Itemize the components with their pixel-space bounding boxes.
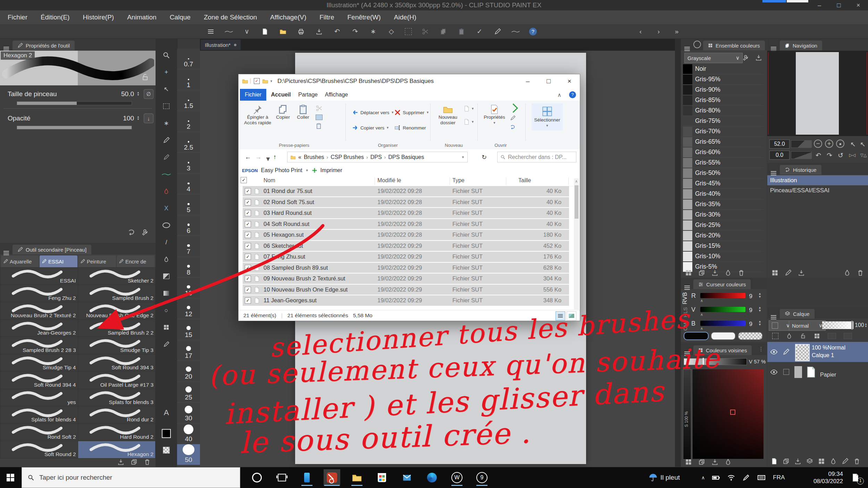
tab-tool-property[interactable]: Propriétés de l'outil bbox=[12, 41, 75, 50]
eye-icon[interactable] bbox=[770, 368, 778, 376]
brush-size-item[interactable]: 1.5 bbox=[177, 90, 200, 111]
auto-select-tool-icon[interactable]: ∗ bbox=[156, 117, 177, 129]
brush-item[interactable]: Hard Round 2 bbox=[78, 424, 156, 441]
row-checkbox[interactable]: ✓ bbox=[245, 210, 251, 216]
panel-options-icon[interactable]: ⋮ bbox=[758, 346, 764, 352]
delete-button[interactable]: Supprimer▼ bbox=[394, 109, 429, 116]
color-item[interactable]: Gris-55% bbox=[683, 158, 763, 168]
grid-icon[interactable] bbox=[771, 269, 778, 276]
easy-access-icon[interactable] bbox=[464, 119, 470, 125]
forward-icon[interactable]: → bbox=[255, 153, 261, 161]
sub-tool-group-tab[interactable]: ESSAI bbox=[40, 255, 77, 267]
breadcrumb-segment[interactable]: Brushes› bbox=[304, 154, 328, 160]
delete-color-icon[interactable] bbox=[738, 269, 745, 276]
column-taille[interactable]: Taille bbox=[518, 177, 531, 184]
rotate-right-icon[interactable]: ↷ bbox=[825, 151, 834, 160]
copy-button[interactable]: Copier bbox=[273, 104, 293, 120]
brush-item[interactable]: ESSAI bbox=[0, 268, 78, 285]
move-tool-icon[interactable]: + bbox=[156, 66, 177, 78]
actual-size-icon[interactable]: ↖ bbox=[858, 140, 867, 149]
blend-tool-icon[interactable] bbox=[156, 253, 177, 265]
color-item[interactable]: Gris-10% bbox=[683, 251, 763, 262]
select-all-checkbox[interactable]: ✓ bbox=[241, 177, 247, 183]
delete-icon[interactable] bbox=[857, 269, 864, 276]
scroll-thumb[interactable] bbox=[575, 185, 578, 219]
brush-item[interactable]: Nouveau Brush One Edge 2 bbox=[78, 302, 156, 319]
selection-icon[interactable] bbox=[405, 28, 412, 35]
new-canvas-icon[interactable] bbox=[260, 27, 269, 36]
move-to-button[interactable]: Déplacer vers▼ bbox=[352, 109, 394, 116]
panel-collapse-right-icon[interactable]: › bbox=[654, 27, 663, 36]
crumb-prefix[interactable]: « bbox=[298, 154, 301, 160]
brush-item[interactable]: yes bbox=[0, 389, 78, 406]
wifi-icon[interactable] bbox=[727, 473, 735, 482]
brush-size-item[interactable]: 50 bbox=[177, 444, 200, 465]
panel-menu-icon[interactable] bbox=[684, 47, 690, 48]
balloon-tool-icon[interactable] bbox=[156, 219, 177, 231]
print-icon[interactable] bbox=[297, 27, 306, 36]
file-row[interactable]: ✓ 04 Soft Round.sut 19/02/2022 09:28 Fic… bbox=[243, 219, 569, 229]
color-item[interactable]: Gris-80% bbox=[683, 106, 763, 116]
file-row[interactable]: ✓ 11 Jean-Georges.sut 19/02/2022 09:29 F… bbox=[243, 295, 569, 306]
clip-layer-icon[interactable] bbox=[772, 333, 778, 339]
lock-layer-icon[interactable] bbox=[800, 333, 806, 339]
qat-dropdown-icon[interactable]: ▼ bbox=[270, 79, 273, 83]
file-row[interactable]: ✓ 02 Rond Soft 75.sut 19/02/2022 09:28 F… bbox=[243, 197, 569, 208]
opacity-spinner[interactable]: ▲▼ bbox=[137, 116, 140, 120]
main-color-swatch[interactable] bbox=[156, 428, 177, 439]
rotate-value[interactable]: 0.0 bbox=[769, 151, 790, 160]
airbrush-tool-icon[interactable] bbox=[156, 185, 177, 197]
brush-size-item[interactable]: 1 bbox=[177, 69, 200, 90]
brush-size-item[interactable]: 2.5 bbox=[177, 132, 200, 153]
channel-slider[interactable] bbox=[700, 307, 745, 312]
layer-name[interactable]: Papier bbox=[820, 372, 836, 378]
brush-size-item[interactable]: 30 bbox=[177, 403, 200, 423]
menu-item[interactable]: Fichier bbox=[8, 14, 27, 21]
pen-icon[interactable] bbox=[842, 458, 849, 465]
dup-color-icon[interactable] bbox=[698, 269, 705, 276]
navigator-preview[interactable] bbox=[767, 51, 868, 136]
select-button[interactable]: Sélectionner▼ bbox=[532, 103, 563, 131]
qat-folder-icon[interactable] bbox=[262, 78, 268, 84]
color-item[interactable]: Gris-20% bbox=[683, 230, 763, 241]
grid-icon[interactable] bbox=[685, 269, 692, 276]
rename-button[interactable]: Renommer bbox=[394, 124, 426, 131]
document-tab[interactable]: Illustration* bbox=[201, 40, 241, 50]
row-checkbox[interactable]: ✓ bbox=[245, 188, 251, 194]
rotate-slider[interactable] bbox=[791, 151, 812, 159]
color-item[interactable]: Gris-75% bbox=[683, 116, 763, 126]
ribbon-tab-fichier[interactable]: Fichier bbox=[240, 89, 266, 101]
brush-size-item[interactable]: 0.7 bbox=[177, 49, 200, 69]
mail-app[interactable] bbox=[399, 469, 415, 486]
brush-size-item[interactable]: 20 bbox=[177, 361, 200, 382]
language-indicator[interactable]: FRA bbox=[773, 474, 785, 481]
open-item-icon[interactable] bbox=[510, 105, 517, 111]
layer-row-2[interactable]: Papier bbox=[767, 362, 868, 382]
brush-item[interactable]: Splats for blends 3 bbox=[78, 389, 156, 406]
row-checkbox[interactable]: ✓ bbox=[245, 276, 251, 282]
color-item[interactable]: Gris-15% bbox=[683, 241, 763, 251]
dup-icon[interactable] bbox=[698, 458, 705, 465]
grid-icon[interactable] bbox=[818, 458, 825, 465]
brush-item[interactable]: Rond Soft 2 bbox=[0, 424, 78, 441]
pen-input-icon[interactable] bbox=[742, 474, 750, 481]
color-item[interactable]: Gris-90% bbox=[683, 85, 763, 95]
scrollbar[interactable]: ∧ bbox=[574, 178, 579, 310]
file-row[interactable]: ✓ 10 Nouveau Brush One Edge.sut 19/02/20… bbox=[243, 285, 569, 295]
menu-item[interactable]: Animation bbox=[127, 14, 157, 21]
recent-dropdown-icon[interactable]: ▼ bbox=[265, 155, 271, 163]
import-icon[interactable] bbox=[798, 269, 805, 276]
brush-size-item[interactable]: 10 bbox=[177, 278, 200, 298]
maximize-button[interactable]: □ bbox=[829, 0, 849, 10]
zoom-out-icon[interactable]: − bbox=[814, 140, 822, 148]
text-tool-icon[interactable]: A bbox=[156, 407, 177, 419]
menu-item[interactable]: Zone de Sélection bbox=[204, 14, 257, 21]
epson-dropdown-icon[interactable]: ▼ bbox=[306, 169, 309, 172]
column-modifie[interactable]: Modifié le bbox=[377, 177, 401, 184]
brush-size-item[interactable]: 4 bbox=[177, 174, 200, 194]
pencil-tool-icon[interactable] bbox=[156, 151, 177, 163]
droplet-icon[interactable] bbox=[725, 269, 732, 276]
address-dropdown-icon[interactable]: ▼ bbox=[461, 155, 465, 159]
transparent-color-button[interactable] bbox=[738, 332, 763, 340]
edge-app[interactable] bbox=[424, 469, 440, 486]
